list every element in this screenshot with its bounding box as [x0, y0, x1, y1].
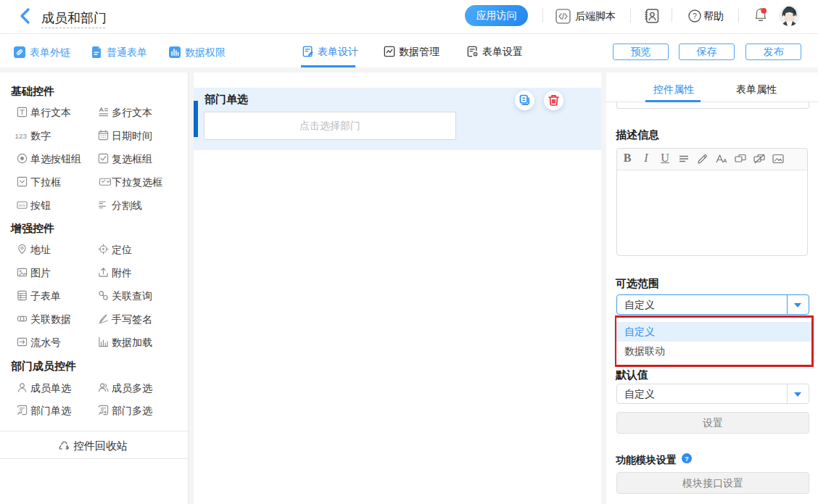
svg-text:BTN: BTN — [19, 204, 25, 207]
svg-text:?: ? — [693, 12, 697, 20]
svg-text:123: 123 — [15, 132, 28, 140]
svg-text:?: ? — [685, 455, 689, 463]
